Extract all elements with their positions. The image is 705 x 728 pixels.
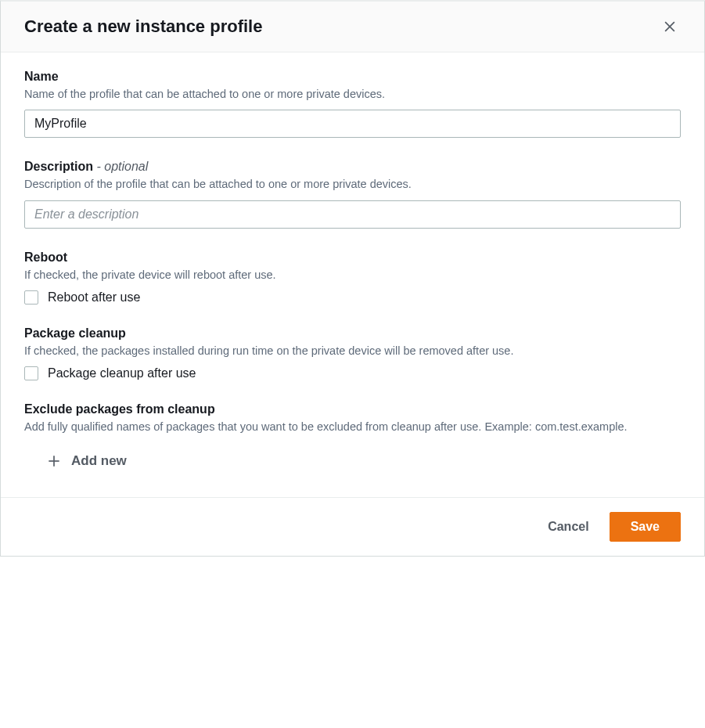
close-button[interactable] [659,16,681,38]
name-field-group: Name Name of the profile that can be att… [24,70,681,138]
package-cleanup-checkbox-row: Package cleanup after use [24,366,681,380]
package-cleanup-checkbox[interactable] [24,366,38,380]
package-cleanup-label: Package cleanup [24,326,681,341]
close-icon [662,19,678,34]
reboot-checkbox[interactable] [24,290,38,305]
reboot-field-group: Reboot If checked, the private device wi… [24,250,681,305]
reboot-checkbox-row: Reboot after use [24,290,681,305]
save-button[interactable]: Save [610,512,681,542]
add-new-label: Add new [71,453,127,469]
name-hint: Name of the profile that can be attached… [24,86,681,102]
name-input[interactable] [24,110,681,138]
exclude-packages-field-group: Exclude packages from cleanup Add fully … [24,402,681,474]
exclude-packages-label: Exclude packages from cleanup [24,402,681,416]
modal-body: Name Name of the profile that can be att… [1,52,704,497]
reboot-hint: If checked, the private device will rebo… [24,267,681,283]
modal-footer: Cancel Save [1,497,704,556]
package-cleanup-field-group: Package cleanup If checked, the packages… [24,326,681,380]
add-new-button[interactable]: Add new [46,449,127,474]
reboot-label: Reboot [24,250,681,265]
description-label: Description - optional [24,160,681,174]
description-field-group: Description - optional Description of th… [24,160,681,228]
modal-header: Create a new instance profile [1,2,704,52]
create-instance-profile-modal: Create a new instance profile Name Name … [0,0,705,557]
cancel-button[interactable]: Cancel [545,514,592,540]
modal-title: Create a new instance profile [24,16,262,37]
package-cleanup-checkbox-label[interactable]: Package cleanup after use [48,366,196,380]
plus-icon [46,453,62,469]
exclude-packages-hint: Add fully qualified names of packages th… [24,419,681,434]
name-label: Name [24,70,681,84]
reboot-checkbox-label[interactable]: Reboot after use [48,290,140,305]
description-optional-suffix: - optional [93,160,148,173]
description-input[interactable] [24,200,681,229]
package-cleanup-hint: If checked, the packages installed durin… [24,343,681,359]
description-label-text: Description [24,160,93,173]
description-hint: Description of the profile that can be a… [24,176,681,192]
